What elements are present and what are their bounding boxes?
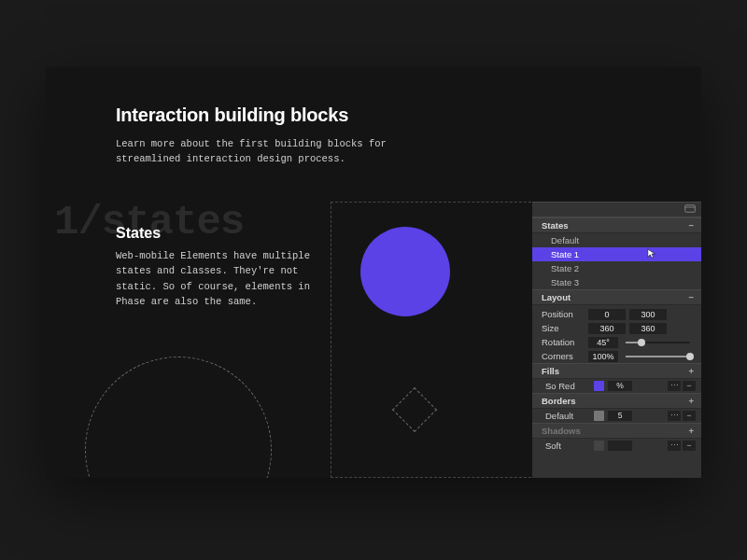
fills-header[interactable]: Fills + (532, 363, 701, 379)
shadow-label: Soft (545, 441, 590, 451)
border-swatch[interactable] (594, 411, 604, 421)
states-header[interactable]: States − (532, 217, 701, 233)
minus-icon[interactable]: − (688, 292, 694, 302)
corners-input[interactable]: 100% (588, 351, 618, 362)
fill-label: So Red (545, 381, 590, 391)
rotation-label: Rotation (542, 337, 585, 347)
minus-icon[interactable]: − (688, 220, 694, 231)
minus-icon[interactable]: − (683, 381, 696, 391)
position-row: Position 0 300 (532, 307, 701, 321)
more-icon[interactable]: ⋯ (668, 381, 681, 391)
shadow-item[interactable]: Soft ⋯ − (532, 439, 701, 453)
state-item-1[interactable]: State 1 (532, 247, 701, 261)
cursor-icon (647, 248, 656, 261)
borders-header[interactable]: Borders + (532, 393, 701, 409)
layout-header[interactable]: Layout − (532, 289, 701, 305)
position-label: Position (542, 309, 585, 319)
size-label: Size (542, 323, 585, 333)
canvas-shape-circle[interactable] (360, 227, 450, 316)
state-item-default[interactable]: Default (532, 233, 701, 247)
shadow-swatch[interactable] (594, 441, 604, 451)
shadows-header[interactable]: Shadows + (532, 423, 701, 439)
more-icon[interactable]: ⋯ (668, 411, 681, 421)
corners-slider[interactable] (626, 356, 690, 357)
content-card: Interaction building blocks Learn more a… (46, 67, 701, 478)
rotation-row: Rotation 45° (532, 335, 701, 349)
state-item-2[interactable]: State 2 (532, 261, 701, 275)
state-item-3[interactable]: State 3 (532, 275, 701, 289)
section-title: States (116, 225, 161, 242)
more-icon[interactable]: ⋯ (668, 441, 681, 451)
properties-panel: States − Default State 1 State 2 State 3… (532, 202, 701, 478)
svg-rect-0 (685, 205, 696, 213)
fills-header-label: Fills (542, 366, 559, 376)
state-label: State 3 (551, 277, 579, 287)
state-label: Default (551, 235, 579, 245)
size-w-input[interactable]: 360 (588, 323, 626, 334)
states-header-label: States (542, 220, 569, 231)
panel-icon[interactable] (684, 204, 696, 215)
border-label: Default (545, 411, 590, 421)
plus-icon[interactable]: + (688, 396, 694, 406)
size-h-input[interactable]: 360 (629, 323, 667, 334)
borders-header-label: Borders (542, 396, 575, 406)
decorative-arc (85, 357, 272, 478)
page-lead: Learn more about the first building bloc… (116, 136, 396, 167)
minus-icon[interactable]: − (683, 411, 696, 421)
corners-label: Corners (542, 351, 585, 361)
plus-icon[interactable]: + (688, 366, 694, 376)
panel-topbar (532, 203, 701, 217)
border-thickness[interactable]: 5 (608, 411, 632, 421)
corners-row: Corners 100% (532, 349, 701, 363)
fill-alpha[interactable]: % (608, 381, 632, 391)
shadow-value[interactable] (608, 441, 632, 451)
rotation-input[interactable]: 45° (588, 337, 618, 348)
state-label: State 1 (551, 249, 579, 259)
section-body: Web-mobile Elements have multiple states… (116, 248, 312, 309)
position-y-input[interactable]: 300 (629, 309, 667, 320)
layout-header-label: Layout (542, 292, 571, 302)
position-x-input[interactable]: 0 (588, 309, 626, 320)
fill-item[interactable]: So Red % ⋯ − (532, 379, 701, 393)
border-item[interactable]: Default 5 ⋯ − (532, 409, 701, 423)
minus-icon[interactable]: − (683, 441, 696, 451)
size-row: Size 360 360 (532, 321, 701, 335)
page-title: Interaction building blocks (116, 105, 348, 126)
rotation-slider[interactable] (626, 342, 690, 343)
fill-swatch[interactable] (594, 381, 604, 391)
state-label: State 2 (551, 263, 579, 273)
plus-icon[interactable]: + (688, 426, 694, 436)
shadows-header-label: Shadows (542, 426, 581, 436)
